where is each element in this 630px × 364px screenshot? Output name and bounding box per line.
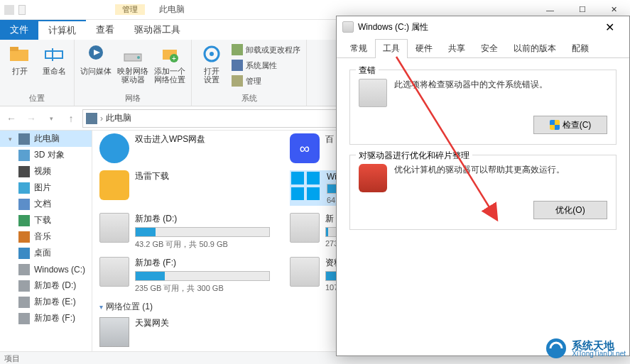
contextual-tab-label: 管理 (122, 4, 138, 15)
wps-icon (99, 133, 129, 163)
recent-locations-button[interactable]: ▾ (43, 110, 60, 127)
drive-icon (18, 264, 30, 275)
svg-point-7 (137, 56, 140, 59)
tile-tianyi-gateway[interactable]: 天翼网关 (99, 317, 270, 347)
tab-hardware[interactable]: 硬件 (408, 39, 440, 57)
tile-drive-d[interactable]: 新加卷 (D:) 43.2 GB 可用，共 50.9 GB (99, 213, 270, 250)
drive-icon (18, 313, 30, 324)
tab-quota[interactable]: 配额 (564, 39, 597, 57)
open-button[interactable]: 打开 (6, 43, 34, 75)
properties-dialog: Windows (C:) 属性 ✕ 常规 工具 硬件 共享 安全 以前的版本 配… (336, 16, 630, 356)
check-button[interactable]: 检查(C) (533, 116, 607, 134)
back-button[interactable]: ← (3, 110, 20, 127)
open-settings-button[interactable]: 打开 设置 (197, 43, 226, 84)
tile-drive-f[interactable]: 新加卷 (F:) 235 GB 可用，共 300 GB (99, 257, 270, 294)
manage-button[interactable]: 管理 (232, 74, 300, 88)
sysprops-icon (232, 60, 243, 71)
tab-drive-tools[interactable]: 驱动器工具 (124, 20, 190, 40)
drive-icon (359, 79, 387, 107)
qat-dropdown[interactable] (18, 5, 26, 15)
defrag-icon (359, 164, 387, 192)
watermark-url: XiTongTianDi.net (572, 351, 626, 358)
optimize-button[interactable]: 优化(O) (533, 201, 607, 219)
tab-sharing[interactable]: 共享 (440, 39, 473, 57)
ribbon-group-location: 打开 重命名 位置 (0, 40, 75, 106)
baidu-icon: ∞ (290, 133, 320, 163)
group-description: 优化计算机的驱动器可以帮助其更高效运行。 (394, 164, 607, 176)
ribbon-group-label: 网络 (80, 93, 185, 104)
pc-icon (86, 113, 97, 124)
nav-music[interactable]: 音乐 (0, 228, 92, 245)
dialog-tabs: 常规 工具 硬件 共享 安全 以前的版本 配额 (337, 38, 629, 58)
watermark-title: 系统天地 (572, 340, 626, 351)
drive-icon (99, 257, 129, 287)
nav-downloads[interactable]: 下载 (0, 212, 92, 228)
nav-documents[interactable]: 文档 (0, 196, 92, 212)
dialog-titlebar[interactable]: Windows (C:) 属性 ✕ (337, 16, 629, 38)
qat-icon[interactable] (4, 5, 14, 15)
watermark: 系统天地 XiTongTianDi.net (545, 337, 626, 360)
navigation-pane: ▾此电脑 3D 对象 视频 图片 文档 下载 音乐 桌面 Windows (C:… (0, 131, 92, 351)
svg-rect-2 (45, 51, 63, 58)
dialog-body: 查错 此选项将检查驱动器中的文件系统错误。 检查(C) 对驱动器进行优化和碎片整… (337, 58, 629, 251)
nav-desktop[interactable]: 桌面 (0, 245, 92, 261)
svg-text:+: + (172, 55, 176, 62)
group-legend: 对驱动器进行优化和碎片整理 (356, 150, 472, 162)
system-properties-button[interactable]: 系统属性 (232, 58, 300, 72)
tab-previous-versions[interactable]: 以前的版本 (506, 39, 564, 57)
tab-computer[interactable]: 计算机 (38, 20, 86, 40)
gateway-icon (99, 317, 129, 347)
tile-wps[interactable]: 双击进入WPS网盘 (99, 133, 270, 163)
nav-3d-objects[interactable]: 3D 对象 (0, 147, 92, 163)
uninstall-icon (232, 44, 243, 55)
drive-icon (99, 213, 129, 243)
video-icon (18, 166, 30, 177)
nav-drive-e[interactable]: 新加卷 (E:) (0, 294, 92, 310)
rename-icon (43, 43, 65, 65)
windows-drive-icon (291, 172, 321, 202)
ribbon-group-network: 访问媒体 映射网络 驱动器 + 添加一个 网络位置 网络 (75, 40, 192, 106)
nav-drive-c[interactable]: Windows (C:) (0, 261, 92, 277)
folder-open-icon (9, 43, 31, 65)
error-checking-group: 查错 此选项将检查驱动器中的文件系统错误。 检查(C) (349, 70, 617, 145)
svg-point-14 (546, 338, 566, 358)
downloads-icon (18, 215, 30, 226)
ribbon-group-system: 打开 设置 卸载或更改程序 系统属性 管理 系统 (192, 40, 307, 106)
nav-drive-f[interactable]: 新加卷 (F:) (0, 310, 92, 326)
nav-drive-d[interactable]: 新加卷 (D:) (0, 277, 92, 294)
uninstall-programs-button[interactable]: 卸载或更改程序 (232, 43, 300, 57)
xunlei-icon (99, 170, 129, 200)
tab-tools[interactable]: 工具 (375, 39, 408, 58)
nav-pictures[interactable]: 图片 (0, 180, 92, 196)
dialog-close-button[interactable]: ✕ (595, 21, 624, 34)
group-legend: 查错 (356, 65, 379, 77)
rename-button[interactable]: 重命名 (40, 43, 68, 75)
drive-icon (290, 213, 320, 243)
drive-icon (342, 21, 354, 33)
tab-security[interactable]: 安全 (473, 39, 506, 57)
add-network-location-button[interactable]: + 添加一个 网络位置 (154, 43, 185, 84)
nav-videos[interactable]: 视频 (0, 163, 92, 180)
manage-icon (232, 75, 243, 87)
tab-view[interactable]: 查看 (86, 20, 124, 40)
map-drive-button[interactable]: 映射网络 驱动器 (117, 43, 148, 84)
map-drive-icon (121, 43, 144, 65)
dialog-title: Windows (C:) 属性 (358, 21, 428, 33)
tab-general[interactable]: 常规 (342, 39, 375, 57)
nav-this-pc[interactable]: ▾此电脑 (0, 131, 92, 147)
tile-xunlei[interactable]: 迅雷下载 (99, 170, 270, 206)
shield-icon (550, 120, 560, 130)
window-title: 此电脑 (159, 4, 185, 16)
access-media-button[interactable]: 访问媒体 (80, 43, 112, 75)
forward-button[interactable]: → (23, 110, 40, 127)
music-icon (18, 231, 30, 243)
media-icon (85, 43, 107, 65)
breadcrumb[interactable]: 此电脑 (106, 112, 131, 124)
drive-icon (18, 280, 30, 292)
svg-point-12 (210, 52, 214, 56)
tab-file[interactable]: 文件 (0, 20, 38, 40)
watermark-icon (545, 337, 567, 360)
up-button[interactable]: ↑ (63, 110, 80, 127)
svg-rect-1 (10, 47, 18, 51)
settings-icon (200, 43, 223, 65)
